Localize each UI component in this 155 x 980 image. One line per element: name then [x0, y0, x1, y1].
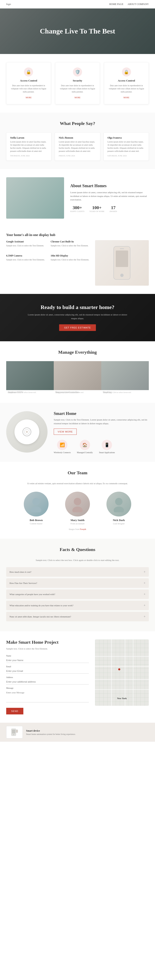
faq-toggle-4: + — [144, 615, 146, 619]
stat-number-0: 300+ — [70, 205, 84, 210]
faq-toggle-2: + — [144, 592, 146, 596]
stat-1: 100+ YEARS OF WORK — [89, 205, 104, 212]
email-input[interactable] — [6, 668, 89, 674]
svg-point-15 — [13, 734, 14, 735]
testimonials-row: Stella Larson Lorem ipsum dolor sit amet… — [6, 132, 149, 161]
faq-intro: Sample text. Click to select the text bo… — [26, 558, 129, 562]
manage-row: Outdoor CCTV Sample text. Click to selec… — [6, 361, 149, 395]
name-input[interactable] — [6, 658, 89, 663]
stat-label-1: YEARS OF WORK — [89, 210, 104, 212]
feature-card-1: 🛡️ Security Duis aute irure dolor in rep… — [55, 62, 100, 104]
svg-point-12 — [114, 506, 124, 512]
manage-label-2: Tracking — [103, 390, 112, 393]
testimonial-date-0: THURSDAY, JUNE 2024 — [10, 155, 47, 157]
team-section: Our Team Ut enim ad minim veniam, quis n… — [0, 462, 155, 539]
svg-rect-16 — [16, 730, 18, 733]
team-avatar-bob — [24, 492, 49, 517]
cta-description: Lorem ipsum dolor sit amet, consectetur … — [26, 313, 129, 320]
team-role-bob: Content master — [17, 522, 55, 525]
testimonial-date-1: FRIDAY, JUNE 2024 — [59, 155, 96, 157]
map-city-label: New York — [117, 697, 127, 700]
message-field-group: Message — [6, 687, 89, 703]
faq-question-2: What categories of people have you worke… — [9, 593, 55, 595]
team-title: Our Team — [6, 470, 149, 476]
hub-feature-text-1: Sample text. Click to select the Text El… — [51, 244, 91, 247]
stat-0: 300+ HAPPY CLIENTS — [70, 205, 84, 212]
feature-icon-1: 🛡️ — [73, 67, 82, 76]
team-source-link[interactable]: Freepik — [80, 528, 86, 530]
email-label: Email — [6, 665, 89, 668]
nav-home[interactable]: HOME PAGE — [109, 3, 123, 6]
cctv-image — [6, 361, 54, 390]
faq-item-0[interactable]: How much does it cost? + — [6, 567, 149, 577]
manage-section: Manage Everything Outdoor CCTV Sample te… — [0, 341, 155, 403]
faq-item-1[interactable]: How Fine Are Their Services? + — [6, 578, 149, 588]
feature-more-2[interactable]: MORE — [123, 96, 130, 99]
map-pin — [118, 668, 120, 670]
contact-description: Sample text. Click to select the Text El… — [6, 647, 89, 651]
cta-button[interactable]: GET FREE ESTIMATE — [59, 325, 96, 331]
faq-item-2[interactable]: What categories of people have you worke… — [6, 590, 149, 599]
svg-point-7 — [32, 498, 40, 505]
feature-icon-0: 🔒 — [24, 67, 33, 76]
address-input[interactable] — [6, 679, 89, 684]
svg-point-9 — [74, 498, 81, 505]
managed-icon: 🏠 — [80, 440, 90, 450]
wireless-icon: 📶 — [57, 440, 67, 450]
faq-toggle-0: + — [144, 570, 146, 574]
manage-card-0: Outdoor CCTV Sample text. Click to selec… — [6, 361, 54, 395]
team-name-mary: Mary Smith — [59, 519, 96, 522]
manage-card-2: Tracking Sample text. Click to select lo… — [101, 361, 149, 395]
manage-label-1: Temperature Controller — [55, 390, 79, 393]
feature-more-1[interactable]: MORE — [74, 96, 81, 99]
feature-desc-1: Duis aute irure dolor in reprehenderit i… — [59, 84, 96, 93]
hub-content: Google Assistant Sample text. Click to s… — [6, 240, 149, 286]
manage-label-0: Outdoor CCTV — [8, 390, 23, 393]
map-road-h-2 — [95, 679, 149, 680]
view-more-button[interactable]: VIEW MORE — [54, 429, 77, 435]
testimonials-title: What People Say? — [6, 121, 149, 126]
faq-title: Facts & Questions — [6, 547, 149, 552]
testimonial-card-2: Olga Ivanova Lorem ipsum dolor sit amet … — [104, 132, 149, 161]
submit-button[interactable]: SEND — [6, 708, 23, 714]
map-road-v-2 — [125, 640, 125, 706]
hub-features: Google Assistant Sample text. Click to s… — [6, 240, 91, 286]
about-stats: 300+ HAPPY CLIENTS 100+ YEARS OF WORK 17… — [70, 205, 149, 212]
faq-question-3: What education and/or training do you ha… — [9, 604, 73, 607]
feature-more-0[interactable]: MORE — [25, 96, 32, 99]
hub-feature-1: Chrome Cast Built-In Sample text. Click … — [51, 240, 91, 247]
stat-number-2: 17 — [109, 205, 117, 210]
smart-icons-row: 📶 Wirelessly Connects 🏠 Managed Centrall… — [54, 440, 149, 453]
map-road-v-3 — [133, 640, 133, 706]
hub-feature-3: 10in HD Display Sample text. Click to se… — [51, 254, 91, 261]
about-description: Lorem ipsum dolor sit amet, consectetur … — [70, 191, 149, 202]
hub-feature-title-2: 6.5MP Camera — [6, 254, 46, 257]
map-grid — [95, 640, 149, 706]
stat-number-1: 100+ — [89, 205, 104, 210]
about-content: About Smart Homes Lorem ipsum dolor sit … — [70, 183, 149, 212]
team-avatar-nick — [106, 492, 131, 517]
message-textarea[interactable] — [6, 690, 89, 702]
team-card-bob: Bob Brown Content master — [17, 492, 55, 525]
email-field-group: Email — [6, 665, 89, 674]
faq-toggle-3: + — [144, 603, 146, 607]
team-intro: Ut enim ad minim veniam, quis nostrud ex… — [26, 482, 129, 485]
feature-desc-0: Duis aute irure dolor in reprehenderit i… — [10, 84, 47, 93]
about-image — [6, 177, 64, 219]
faq-item-3[interactable]: What education and/or training do you ha… — [6, 601, 149, 610]
contact-form-area: Make Smart Home Project Sample text. Cli… — [6, 640, 89, 714]
team-source: Images from Freepik — [6, 528, 149, 530]
manage-title: Manage Everything — [6, 350, 149, 355]
manage-card-1: Temperature Controller Sample text. Clic… — [54, 361, 101, 395]
smart-description: Sample text. Click to the Text Element. … — [54, 418, 149, 425]
hub-feature-text-2: Sample text. Click to select the Text El… — [6, 258, 46, 261]
faq-item-4[interactable]: Nunc sit amet nibh diam. Integer iaculis… — [6, 612, 149, 621]
testimonial-date-2: SATURDAY, JUNE 2024 — [108, 155, 145, 157]
nav-about[interactable]: ABOUT COMPANY — [128, 3, 149, 6]
team-role-mary: Front accountant — [59, 522, 96, 525]
bottom-widget: Smart device Smart home automation syste… — [0, 723, 155, 742]
hub-feature-title-0: Google Assistant — [6, 240, 46, 243]
smart-icon-label-1: Managed Centrally — [77, 451, 93, 453]
smart-title: Smart Home — [54, 411, 149, 416]
logo: logo — [6, 3, 11, 6]
